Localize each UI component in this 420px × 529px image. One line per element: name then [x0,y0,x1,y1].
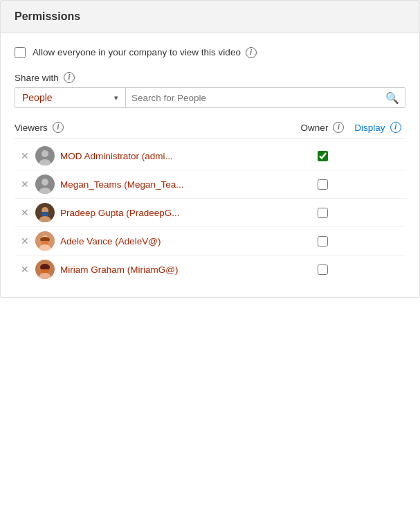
avatar [35,203,55,222]
remove-viewer-button[interactable]: ✕ [15,236,35,246]
svg-rect-14 [42,241,48,244]
dropdown-selected-value: People [22,92,53,103]
viewers-info-icon: i [53,122,64,133]
remove-viewer-button[interactable]: ✕ [15,151,35,161]
share-with-label: Share with i [15,72,405,83]
avatar [35,146,55,165]
search-box: 🔍 [126,88,405,107]
owner-checkbox[interactable] [318,236,328,246]
allow-everyone-row: Allow everyone in your company to view t… [15,47,405,58]
viewer-name: Miriam Graham (MiriamG@) [60,264,295,275]
remove-viewer-button[interactable]: ✕ [15,208,35,217]
owner-checkbox-cell [295,179,350,190]
table-row: ✕ Pradeep Gupta (PradeepG... [15,199,405,227]
allow-everyone-label: Allow everyone in your company to view t… [33,47,257,58]
viewer-name: Pradeep Gupta (PradeepG... [60,208,295,218]
allow-everyone-info-icon: i [246,47,257,58]
owner-checkbox-cell [295,264,350,275]
svg-rect-19 [42,269,48,273]
owner-checkbox-cell [295,236,350,246]
panel-header: Permissions [1,1,419,33]
svg-point-4 [42,179,48,186]
viewer-name: Megan_Teams (Megan_Tea... [60,179,295,190]
viewer-list: ✕ MOD Administrator (admi... ✕ Megan_Tea… [15,142,405,283]
viewers-header: Viewers i Owner i Display i [15,122,405,139]
avatar [35,260,55,279]
people-dropdown[interactable]: People ▾ [15,88,126,107]
remove-viewer-button[interactable]: ✕ [15,264,35,274]
permissions-panel: Permissions Allow everyone in your compa… [0,0,420,298]
panel-body: Allow everyone in your company to view t… [1,33,419,297]
allow-everyone-checkbox[interactable] [15,47,26,58]
owner-info-icon: i [333,122,344,133]
avatar [35,174,55,194]
display-column-header: Display i [350,122,405,133]
panel-title: Permissions [15,10,405,23]
table-row: ✕ MOD Administrator (admi... [15,142,405,170]
table-row: ✕ Megan_Teams (Megan_Tea... [15,170,405,199]
share-with-controls: People ▾ 🔍 [15,87,405,108]
owner-checkbox-cell [295,208,350,218]
search-input[interactable] [131,93,385,103]
viewer-name: Adele Vance (AdeleV@) [60,236,295,246]
search-icon: 🔍 [385,91,399,105]
remove-viewer-button[interactable]: ✕ [15,179,35,189]
owner-column-header: Owner i [295,122,350,133]
share-with-section: Share with i People ▾ 🔍 [15,72,405,108]
owner-checkbox[interactable] [318,151,328,161]
viewer-name: MOD Administrator (admi... [60,151,295,161]
avatar [35,231,55,251]
owner-checkbox[interactable] [318,179,328,190]
owner-checkbox-cell [295,151,350,161]
viewers-header-label: Viewers i [15,122,295,133]
table-row: ✕ Adele Vance (AdeleV@) [15,227,405,255]
svg-rect-9 [42,212,48,216]
table-row: ✕ Miriam Graham (MiriamG@) [15,255,405,283]
share-with-info-icon: i [64,72,75,83]
display-info-icon: i [390,122,401,133]
owner-checkbox[interactable] [318,264,328,275]
chevron-down-icon: ▾ [114,93,118,102]
svg-point-1 [42,150,48,157]
owner-checkbox[interactable] [318,208,328,218]
viewers-section: Viewers i Owner i Display i ✕ MOD Admini [15,122,405,283]
